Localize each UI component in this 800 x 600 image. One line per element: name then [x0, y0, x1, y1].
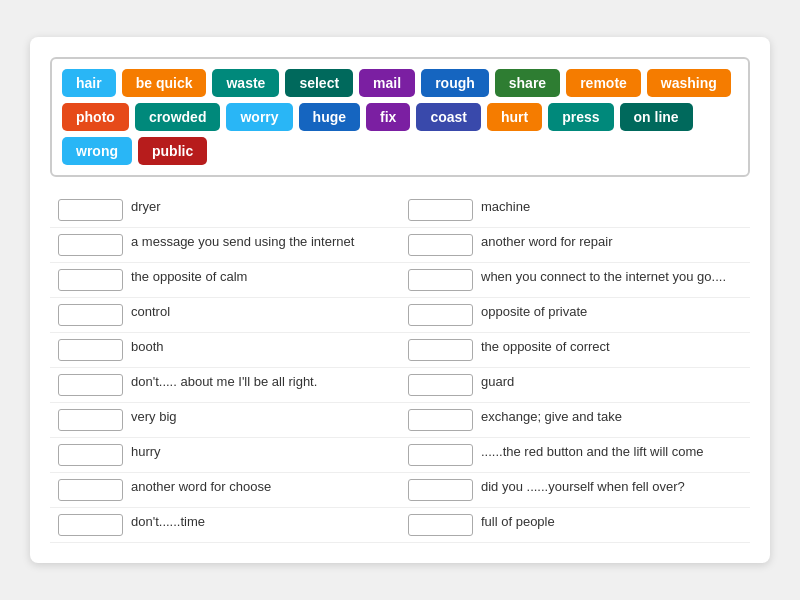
word-tile[interactable]: press	[548, 103, 613, 131]
clue-text: exchange; give and take	[481, 409, 622, 426]
clue-text: control	[131, 304, 170, 321]
answer-input[interactable]	[58, 304, 123, 326]
clue-text: hurry	[131, 444, 161, 461]
clue-row: exchange; give and take	[400, 403, 750, 438]
clue-text: ......the red button and the lift will c…	[481, 444, 704, 461]
clue-row: booth	[50, 333, 400, 368]
answer-input[interactable]	[408, 234, 473, 256]
word-tile[interactable]: share	[495, 69, 560, 97]
clue-row: a message you send using the internet	[50, 228, 400, 263]
clue-text: don't..... about me I'll be all right.	[131, 374, 317, 391]
clue-row: machine	[400, 193, 750, 228]
clue-row: dryer	[50, 193, 400, 228]
word-tile[interactable]: hurt	[487, 103, 542, 131]
answer-input[interactable]	[58, 269, 123, 291]
answer-input[interactable]	[58, 409, 123, 431]
clue-row: guard	[400, 368, 750, 403]
word-tile[interactable]: coast	[416, 103, 481, 131]
answer-input[interactable]	[408, 269, 473, 291]
word-tile[interactable]: be quick	[122, 69, 207, 97]
answer-input[interactable]	[408, 199, 473, 221]
clue-row: opposite of private	[400, 298, 750, 333]
word-tile[interactable]: public	[138, 137, 207, 165]
answer-input[interactable]	[58, 444, 123, 466]
answer-input[interactable]	[408, 514, 473, 536]
clue-text: booth	[131, 339, 164, 356]
clue-text: opposite of private	[481, 304, 587, 321]
word-tile[interactable]: washing	[647, 69, 731, 97]
clue-text: dryer	[131, 199, 161, 216]
answer-input[interactable]	[408, 479, 473, 501]
right-clues: machineanother word for repairwhen you c…	[400, 193, 750, 543]
word-tile[interactable]: select	[285, 69, 353, 97]
answer-input[interactable]	[58, 234, 123, 256]
word-tile[interactable]: on line	[620, 103, 693, 131]
clue-row: did you ......yourself when fell over?	[400, 473, 750, 508]
word-tile[interactable]: rough	[421, 69, 489, 97]
answer-input[interactable]	[58, 514, 123, 536]
answer-input[interactable]	[58, 199, 123, 221]
word-tile[interactable]: photo	[62, 103, 129, 131]
word-tile[interactable]: waste	[212, 69, 279, 97]
clue-text: another word for choose	[131, 479, 271, 496]
word-tile[interactable]: fix	[366, 103, 410, 131]
word-tile[interactable]: hair	[62, 69, 116, 97]
word-tile[interactable]: huge	[299, 103, 360, 131]
word-tile[interactable]: mail	[359, 69, 415, 97]
answer-input[interactable]	[58, 479, 123, 501]
clue-row: the opposite of correct	[400, 333, 750, 368]
clue-row: very big	[50, 403, 400, 438]
answer-input[interactable]	[408, 374, 473, 396]
main-container: hairbe quickwasteselectmailroughsharerem…	[30, 37, 770, 563]
clue-row: ......the red button and the lift will c…	[400, 438, 750, 473]
clue-text: the opposite of calm	[131, 269, 247, 286]
clue-text: another word for repair	[481, 234, 613, 251]
clue-row: don't..... about me I'll be all right.	[50, 368, 400, 403]
word-bank: hairbe quickwasteselectmailroughsharerem…	[50, 57, 750, 177]
word-tile[interactable]: worry	[226, 103, 292, 131]
word-tile[interactable]: crowded	[135, 103, 221, 131]
answer-input[interactable]	[58, 339, 123, 361]
clue-text: full of people	[481, 514, 555, 531]
clue-row: don't......time	[50, 508, 400, 543]
clue-row: when you connect to the internet you go.…	[400, 263, 750, 298]
clue-row: another word for repair	[400, 228, 750, 263]
clue-row: the opposite of calm	[50, 263, 400, 298]
word-tile[interactable]: wrong	[62, 137, 132, 165]
clue-row: control	[50, 298, 400, 333]
clue-text: don't......time	[131, 514, 205, 531]
clue-row: hurry	[50, 438, 400, 473]
clue-text: did you ......yourself when fell over?	[481, 479, 685, 496]
clue-text: when you connect to the internet you go.…	[481, 269, 726, 286]
word-tile[interactable]: remote	[566, 69, 641, 97]
clue-row: full of people	[400, 508, 750, 543]
clue-text: the opposite of correct	[481, 339, 610, 356]
clues-section: dryera message you send using the intern…	[50, 193, 750, 543]
clue-text: a message you send using the internet	[131, 234, 354, 251]
answer-input[interactable]	[408, 409, 473, 431]
answer-input[interactable]	[408, 339, 473, 361]
clue-text: guard	[481, 374, 514, 391]
answer-input[interactable]	[408, 304, 473, 326]
clue-text: very big	[131, 409, 177, 426]
left-clues: dryera message you send using the intern…	[50, 193, 400, 543]
answer-input[interactable]	[58, 374, 123, 396]
clue-text: machine	[481, 199, 530, 216]
clue-row: another word for choose	[50, 473, 400, 508]
answer-input[interactable]	[408, 444, 473, 466]
